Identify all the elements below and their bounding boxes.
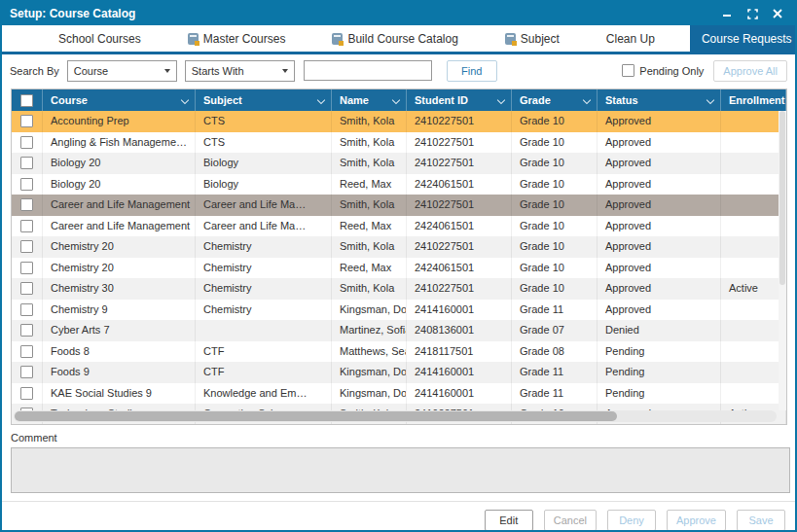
table-row[interactable]: Career and Life ManagementCareer and Lif… <box>12 195 786 216</box>
tab-strip: School CoursesMaster CoursesBuild Course… <box>47 25 797 52</box>
column-header-student-id[interactable]: Student ID <box>407 89 512 111</box>
cell-grade: Grade 11 <box>512 362 598 383</box>
select-all-checkbox[interactable] <box>20 94 33 107</box>
row-checkbox[interactable] <box>20 282 33 295</box>
approve-all-button[interactable]: Approve All <box>713 60 787 82</box>
minimize-icon[interactable] <box>717 5 737 22</box>
course-tab-icon <box>505 33 516 45</box>
vertical-scrollbar-thumb[interactable] <box>779 111 785 285</box>
cell-status: Approved <box>598 132 721 154</box>
save-button[interactable]: Save <box>737 510 785 531</box>
row-checkbox[interactable] <box>20 136 33 149</box>
table-row[interactable]: Foods 8CTFMatthews, Sean2418117501Grade … <box>12 341 786 363</box>
column-header-course[interactable]: Course <box>43 89 196 111</box>
search-input[interactable] <box>304 60 432 81</box>
row-select-cell <box>12 278 43 300</box>
tab-label: Master Courses <box>203 32 286 46</box>
search-category-select[interactable]: Course <box>67 60 177 82</box>
cell-student-id: 2414160001 <box>407 383 512 405</box>
cell-status: Approved <box>598 300 721 321</box>
cell-status: Pending <box>598 362 721 383</box>
table-row[interactable]: Chemistry 20ChemistryReed, Max2424061501… <box>12 258 786 279</box>
cell-name: Reed, Max <box>332 174 407 195</box>
cell-student-id: 2424061501 <box>407 174 512 195</box>
cell-student-id: 2410227501 <box>407 153 512 174</box>
edit-button[interactable]: Edit <box>485 510 533 531</box>
table-row[interactable]: Chemistry 9ChemistryKingsman, Do…2414160… <box>12 300 786 321</box>
table-row[interactable]: Chemistry 30ChemistrySmith, Kola24102275… <box>12 278 786 300</box>
search-toolbar: Search By Course Starts With Find Pendin… <box>2 54 795 87</box>
tab-subject[interactable]: Subject <box>493 25 571 52</box>
row-checkbox[interactable] <box>20 220 33 232</box>
approve-button[interactable]: Approve <box>667 510 726 531</box>
table-row[interactable]: Angling & Fish Manageme…CTSSmith, Kola24… <box>12 132 786 154</box>
row-checkbox[interactable] <box>20 115 33 127</box>
row-checkbox[interactable] <box>20 366 33 378</box>
row-checkbox[interactable] <box>20 198 33 211</box>
restore-icon[interactable] <box>743 5 762 22</box>
row-select-cell <box>12 132 43 154</box>
table-row[interactable]: Chemistry 20ChemistrySmith, Kola24102275… <box>12 236 786 258</box>
cell-course: Career and Life Management <box>43 216 196 237</box>
close-icon[interactable] <box>768 5 787 22</box>
row-select-cell <box>12 236 43 258</box>
row-select-cell <box>12 258 43 279</box>
column-header-enrollment-st[interactable]: Enrollment St <box>721 89 786 111</box>
cell-grade: Grade 10 <box>512 174 598 195</box>
row-checkbox[interactable] <box>20 157 33 169</box>
cell-grade: Grade 10 <box>512 258 598 279</box>
cell-enrollment-status <box>721 383 786 405</box>
row-select-cell <box>12 174 43 195</box>
column-header-name[interactable]: Name <box>332 89 407 111</box>
pending-only-checkbox[interactable] <box>622 64 634 77</box>
find-button[interactable]: Find <box>447 60 497 82</box>
table-row[interactable]: Cyber Arts 7Martinez, Sofia2408136001Gra… <box>12 320 786 341</box>
horizontal-scrollbar-thumb[interactable] <box>15 411 617 421</box>
row-checkbox[interactable] <box>20 262 33 274</box>
table-row[interactable]: Biology 20BiologyReed, Max2424061501Grad… <box>12 174 786 195</box>
cancel-button[interactable]: Cancel <box>544 510 597 531</box>
search-operator-select[interactable]: Starts With <box>185 60 295 82</box>
row-checkbox[interactable] <box>20 324 33 337</box>
column-header-subject[interactable]: Subject <box>196 89 332 111</box>
column-label: Subject <box>203 94 242 106</box>
horizontal-scrollbar[interactable] <box>14 410 777 422</box>
cell-name: Smith, Kola <box>332 153 407 174</box>
tab-school-courses[interactable]: School Courses <box>47 25 153 52</box>
cell-subject: Knowledge and Em… <box>196 383 332 405</box>
dropdown-arrow-icon <box>282 69 288 73</box>
comment-textarea[interactable] <box>11 447 790 493</box>
cell-course: Foods 9 <box>43 362 196 383</box>
vertical-scrollbar[interactable] <box>779 111 786 410</box>
window-controls <box>717 5 787 22</box>
cell-subject: CTF <box>196 341 332 363</box>
column-header-grade[interactable]: Grade <box>512 89 598 111</box>
tab-clean-up[interactable]: Clean Up <box>595 25 667 52</box>
cell-student-id: 2424061501 <box>407 216 512 237</box>
table-row[interactable]: Accounting PrepCTSSmith, Kola2410227501G… <box>12 111 786 132</box>
cell-name: Smith, Kola <box>332 132 407 154</box>
cell-course: Angling & Fish Manageme… <box>43 132 196 154</box>
row-checkbox[interactable] <box>20 178 33 191</box>
deny-button[interactable]: Deny <box>607 510 656 531</box>
cell-student-id: 2410227501 <box>407 111 512 132</box>
column-header-status[interactable]: Status <box>598 89 721 111</box>
tab-label: School Courses <box>58 32 141 46</box>
row-checkbox[interactable] <box>20 240 33 253</box>
footer-actions: EditCancelDenyApproveSave <box>2 501 795 531</box>
table-row[interactable]: Biology 20BiologySmith, Kola2410227501Gr… <box>12 153 786 174</box>
table-row[interactable]: Career and Life ManagementCareer and Lif… <box>12 216 786 237</box>
row-checkbox[interactable] <box>20 303 33 316</box>
table-row[interactable]: KAE Social Studies 9Knowledge and Em…Kin… <box>12 383 786 405</box>
cell-name: Smith, Kola <box>332 195 407 216</box>
tab-build-course-catalog[interactable]: Build Course Catalog <box>320 25 469 52</box>
tab-master-courses[interactable]: Master Courses <box>176 25 298 52</box>
cell-course: Biology 20 <box>43 174 196 195</box>
table-row[interactable]: Foods 9CTFKingsman, Do…2414160001Grade 1… <box>12 362 786 383</box>
row-select-cell <box>12 300 43 321</box>
row-checkbox[interactable] <box>20 387 33 400</box>
tab-course-requests[interactable]: Course Requests <box>690 25 797 52</box>
row-select-cell <box>12 383 43 405</box>
row-checkbox[interactable] <box>20 345 33 358</box>
cell-status: Pending <box>598 383 721 405</box>
